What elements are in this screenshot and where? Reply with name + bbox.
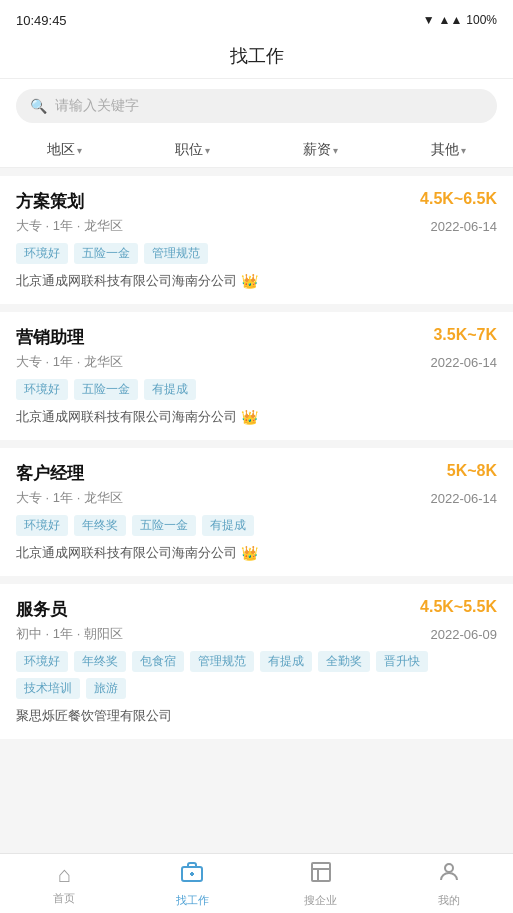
job-company: 北京通成网联科技有限公司海南分公司 👑 bbox=[16, 408, 497, 426]
job-card[interactable]: 客户经理 5K~8K 大专 · 1年 · 龙华区 2022-06-14 环境好年… bbox=[0, 448, 513, 576]
nav-home[interactable]: ⌂ 首页 bbox=[0, 862, 128, 906]
profile-icon bbox=[437, 860, 461, 890]
job-tags: 环境好五险一金管理规范 bbox=[16, 243, 497, 264]
job-education: 初中 · 1年 · 朝阳区 bbox=[16, 625, 123, 643]
job-date: 2022-06-14 bbox=[431, 491, 498, 506]
wifi-icon: ▼ bbox=[423, 13, 435, 27]
job-tag: 包食宿 bbox=[132, 651, 184, 672]
status-bar: 10:49:45 ▼ ▲▲ 100% bbox=[0, 0, 513, 36]
job-tag: 环境好 bbox=[16, 243, 68, 264]
search-bar-container: 🔍 请输入关键字 bbox=[0, 79, 513, 133]
job-tags: 环境好年终奖五险一金有提成 bbox=[16, 515, 497, 536]
nav-companies[interactable]: 搜企业 bbox=[257, 860, 385, 908]
filter-position-arrow: ▾ bbox=[205, 145, 210, 156]
job-education: 大专 · 1年 · 龙华区 bbox=[16, 217, 123, 235]
job-card[interactable]: 服务员 4.5K~5.5K 初中 · 1年 · 朝阳区 2022-06-09 环… bbox=[0, 584, 513, 739]
search-input-placeholder: 请输入关键字 bbox=[55, 97, 139, 115]
crown-icon: 👑 bbox=[241, 273, 258, 289]
filter-salary-label: 薪资 bbox=[303, 141, 331, 159]
job-list: 方案策划 4.5K~6.5K 大专 · 1年 · 龙华区 2022-06-14 … bbox=[0, 176, 513, 809]
search-icon: 🔍 bbox=[30, 98, 47, 114]
job-tag: 全勤奖 bbox=[318, 651, 370, 672]
job-title: 营销助理 bbox=[16, 326, 84, 349]
nav-home-label: 首页 bbox=[53, 891, 75, 906]
filter-region-label: 地区 bbox=[47, 141, 75, 159]
filter-other[interactable]: 其他 ▾ bbox=[431, 141, 466, 159]
battery-icon: 100% bbox=[466, 13, 497, 27]
nav-jobs-label: 找工作 bbox=[176, 893, 209, 908]
job-tags: 环境好年终奖包食宿管理规范有提成全勤奖晋升快技术培训旅游 bbox=[16, 651, 497, 699]
job-date: 2022-06-14 bbox=[431, 355, 498, 370]
job-tag: 管理规范 bbox=[144, 243, 208, 264]
filter-other-label: 其他 bbox=[431, 141, 459, 159]
filter-bar: 地区 ▾ 职位 ▾ 薪资 ▾ 其他 ▾ bbox=[0, 133, 513, 168]
crown-icon: 👑 bbox=[241, 545, 258, 561]
nav-profile[interactable]: 我的 bbox=[385, 860, 513, 908]
job-tag: 有提成 bbox=[260, 651, 312, 672]
jobs-icon bbox=[180, 860, 204, 890]
job-salary: 4.5K~5.5K bbox=[420, 598, 497, 616]
filter-region[interactable]: 地区 ▾ bbox=[47, 141, 82, 159]
job-card[interactable]: 营销助理 3.5K~7K 大专 · 1年 · 龙华区 2022-06-14 环境… bbox=[0, 312, 513, 440]
bottom-nav: ⌂ 首页 找工作 搜企业 bbox=[0, 853, 513, 913]
job-salary: 3.5K~7K bbox=[433, 326, 497, 344]
job-date: 2022-06-09 bbox=[431, 627, 498, 642]
job-tag: 五险一金 bbox=[132, 515, 196, 536]
crown-icon: 👑 bbox=[241, 409, 258, 425]
home-icon: ⌂ bbox=[57, 862, 70, 888]
status-icons: ▼ ▲▲ 100% bbox=[423, 13, 497, 27]
job-tag: 旅游 bbox=[86, 678, 126, 699]
filter-region-arrow: ▾ bbox=[77, 145, 82, 156]
signal-icon: ▲▲ bbox=[439, 13, 463, 27]
job-tag: 五险一金 bbox=[74, 379, 138, 400]
svg-point-4 bbox=[445, 864, 453, 872]
job-company: 聚思烁匠餐饮管理有限公司 bbox=[16, 707, 497, 725]
job-title: 客户经理 bbox=[16, 462, 84, 485]
job-education: 大专 · 1年 · 龙华区 bbox=[16, 353, 123, 371]
svg-rect-3 bbox=[312, 863, 330, 881]
company-name: 北京通成网联科技有限公司海南分公司 bbox=[16, 272, 237, 290]
job-salary: 4.5K~6.5K bbox=[420, 190, 497, 208]
job-card[interactable]: 方案策划 4.5K~6.5K 大专 · 1年 · 龙华区 2022-06-14 … bbox=[0, 176, 513, 304]
company-name: 北京通成网联科技有限公司海南分公司 bbox=[16, 408, 237, 426]
job-title: 方案策划 bbox=[16, 190, 84, 213]
filter-other-arrow: ▾ bbox=[461, 145, 466, 156]
job-tag: 晋升快 bbox=[376, 651, 428, 672]
job-company: 北京通成网联科技有限公司海南分公司 👑 bbox=[16, 544, 497, 562]
status-time: 10:49:45 bbox=[16, 13, 67, 28]
filter-position[interactable]: 职位 ▾ bbox=[175, 141, 210, 159]
job-date: 2022-06-14 bbox=[431, 219, 498, 234]
filter-position-label: 职位 bbox=[175, 141, 203, 159]
companies-icon bbox=[309, 860, 333, 890]
job-tag: 年终奖 bbox=[74, 651, 126, 672]
job-tag: 五险一金 bbox=[74, 243, 138, 264]
job-tag: 环境好 bbox=[16, 379, 68, 400]
job-tag: 环境好 bbox=[16, 515, 68, 536]
company-name: 聚思烁匠餐饮管理有限公司 bbox=[16, 707, 172, 725]
job-tag: 有提成 bbox=[144, 379, 196, 400]
job-tag: 有提成 bbox=[202, 515, 254, 536]
job-company: 北京通成网联科技有限公司海南分公司 👑 bbox=[16, 272, 497, 290]
nav-profile-label: 我的 bbox=[438, 893, 460, 908]
job-salary: 5K~8K bbox=[447, 462, 497, 480]
job-title: 服务员 bbox=[16, 598, 67, 621]
nav-jobs[interactable]: 找工作 bbox=[128, 860, 256, 908]
job-education: 大专 · 1年 · 龙华区 bbox=[16, 489, 123, 507]
page-title: 找工作 bbox=[230, 46, 284, 66]
company-name: 北京通成网联科技有限公司海南分公司 bbox=[16, 544, 237, 562]
job-tags: 环境好五险一金有提成 bbox=[16, 379, 497, 400]
job-tag: 管理规范 bbox=[190, 651, 254, 672]
filter-salary-arrow: ▾ bbox=[333, 145, 338, 156]
job-tag: 年终奖 bbox=[74, 515, 126, 536]
nav-companies-label: 搜企业 bbox=[304, 893, 337, 908]
job-tag: 技术培训 bbox=[16, 678, 80, 699]
job-tag: 环境好 bbox=[16, 651, 68, 672]
filter-salary[interactable]: 薪资 ▾ bbox=[303, 141, 338, 159]
page-header: 找工作 bbox=[0, 36, 513, 79]
search-bar[interactable]: 🔍 请输入关键字 bbox=[16, 89, 497, 123]
